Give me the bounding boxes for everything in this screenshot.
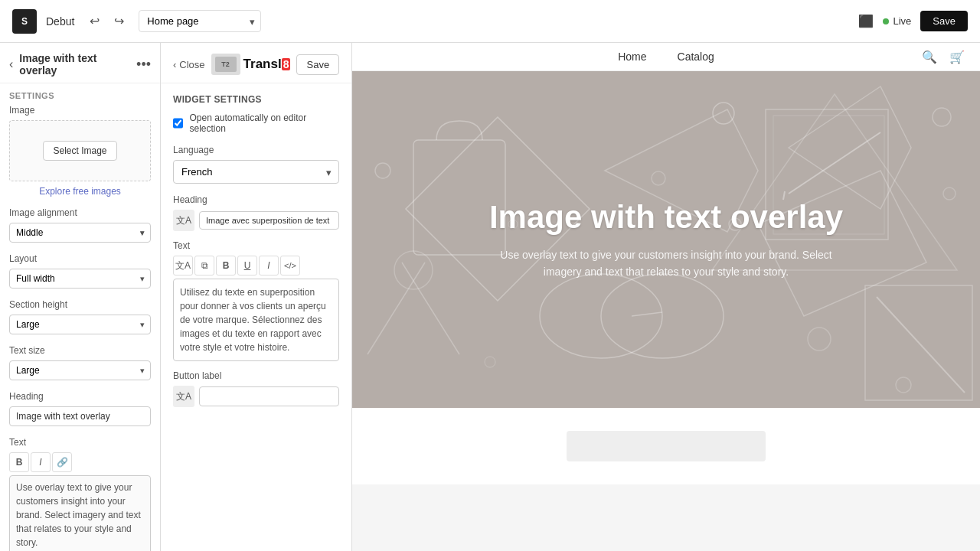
text-translate-label: Text	[173, 240, 339, 251]
image-placeholder: Select Image	[9, 120, 151, 181]
button-label-section: Button label 文A	[173, 370, 339, 407]
image-label: Image	[9, 105, 151, 116]
logo-letter: S	[21, 16, 28, 27]
layout-field-group: Layout Full width Fixed width	[9, 253, 151, 289]
svg-line-22	[877, 297, 965, 393]
below-hero-bar	[567, 431, 766, 461]
undo-redo-group: ↩ ↪	[83, 11, 129, 32]
translate-text-icon[interactable]: 文A	[173, 256, 193, 276]
image-alignment-select[interactable]: Middle Left Right	[9, 223, 151, 243]
chevron-left-icon: ‹	[173, 59, 176, 70]
image-alignment-label: Image alignment	[9, 207, 151, 218]
below-hero-section	[352, 408, 980, 484]
transl-logo: T2 Transl8	[211, 54, 291, 75]
section-height-select-wrapper: Large Small Medium	[9, 315, 151, 334]
heading-translate-label: Heading	[173, 194, 339, 205]
explore-free-images-link[interactable]: Explore free images	[9, 186, 151, 197]
open-auto-label: Open automatically on editor selection	[189, 112, 339, 134]
preview-area: Home Catalog 🔍 🛒	[352, 43, 980, 551]
button-label-row: 文A	[173, 386, 339, 407]
svg-point-14	[943, 187, 956, 200]
button-label-title: Button label	[173, 370, 339, 381]
text-content-area[interactable]: Use overlay text to give your customers …	[9, 475, 151, 551]
nav-home-link[interactable]: Home	[618, 51, 646, 63]
desktop-icon: ⬛	[858, 14, 874, 28]
select-image-button[interactable]: Select Image	[43, 141, 116, 161]
middle-panel: ‹ Close T2 Transl8 Save WIDGET SETTINGS …	[161, 43, 352, 551]
link-button[interactable]: 🔗	[52, 452, 72, 472]
topbar: S Debut ↩ ↪ Home page About Contact Cata…	[0, 0, 980, 43]
panel-title: Image with text overlay	[19, 52, 136, 77]
svg-line-24	[402, 262, 459, 354]
back-button[interactable]: ‹	[9, 57, 13, 71]
button-label-input[interactable]	[199, 386, 339, 406]
widget-settings-title: WIDGET SETTINGS	[173, 94, 339, 105]
image-alignment-select-wrapper: Middle Left Right	[9, 223, 151, 243]
left-panel: ‹ Image with text overlay ••• SETTINGS I…	[0, 43, 161, 551]
italic-button[interactable]: I	[31, 452, 51, 472]
live-dot	[883, 18, 889, 24]
svg-line-6	[789, 132, 880, 194]
code-button[interactable]: </>	[280, 256, 300, 276]
hero-section: Image with text overlay Use overlay text…	[352, 71, 980, 408]
cart-icon[interactable]: 🛒	[949, 50, 965, 64]
page-selector: Home page About Contact Catalog ▾	[139, 10, 261, 32]
bold-text-button[interactable]: B	[216, 256, 236, 276]
section-height-group: Section height Large Small Medium	[9, 299, 151, 334]
topbar-left: S Debut ↩ ↪ Home page About Contact Cata…	[12, 9, 261, 34]
left-panel-content: Image Select Image Explore free images I…	[0, 105, 160, 551]
section-height-select[interactable]: Large Small Medium	[9, 315, 151, 334]
open-auto-checkbox[interactable]	[173, 118, 183, 129]
translate-heading-icon[interactable]: 文A	[173, 210, 194, 231]
undo-button[interactable]: ↩	[83, 11, 105, 32]
topbar-right: ⬛ Live Save	[858, 11, 969, 31]
page-dropdown[interactable]: Home page About Contact Catalog	[139, 10, 261, 32]
app-title: Debut	[46, 15, 74, 28]
text-field-label: Text	[9, 437, 151, 448]
live-label: Live	[893, 15, 912, 27]
underline-text-button[interactable]: U	[237, 256, 257, 276]
image-field-group: Image Select Image Explore free images	[9, 105, 151, 197]
transl-save-button[interactable]: Save	[296, 54, 339, 75]
svg-point-9	[713, 103, 734, 124]
hero-content: Image with text overlay Use overlay text…	[482, 199, 850, 281]
close-button[interactable]: ‹ Close	[173, 59, 205, 70]
svg-point-12	[652, 171, 665, 185]
preview-nav: Home Catalog 🔍 🛒	[352, 43, 980, 71]
open-auto-row: Open automatically on editor selection	[173, 112, 339, 134]
section-height-label: Section height	[9, 299, 151, 310]
nav-icons: 🔍 🛒	[922, 50, 965, 64]
nav-catalog-link[interactable]: Catalog	[678, 51, 714, 63]
language-label: Language	[173, 145, 339, 155]
translate-button-icon[interactable]: 文A	[173, 386, 194, 407]
heading-input[interactable]	[9, 406, 151, 426]
heading-translate-input[interactable]	[199, 211, 339, 230]
panel-more-button[interactable]: •••	[136, 57, 151, 73]
bold-button[interactable]: B	[9, 452, 29, 472]
heading-field-group: Heading	[9, 391, 151, 426]
redo-button[interactable]: ↪	[108, 11, 129, 32]
save-button[interactable]: Save	[920, 11, 968, 31]
settings-label: SETTINGS	[0, 83, 160, 105]
layout-select[interactable]: Full width Fixed width	[9, 269, 151, 289]
text-size-select-wrapper: Large Small Medium	[9, 360, 151, 380]
text-size-label: Text size	[9, 345, 151, 356]
svg-line-17	[632, 312, 662, 316]
svg-point-27	[485, 357, 495, 367]
copy-button[interactable]: ⧉	[194, 256, 214, 276]
language-select-wrapper: French Spanish German Italian ▾	[173, 160, 339, 184]
text-size-select[interactable]: Large Small Medium	[9, 360, 151, 380]
svg-point-13	[933, 108, 951, 126]
svg-point-20	[808, 328, 831, 350]
layout-label: Layout	[9, 253, 151, 264]
svg-point-21	[896, 377, 911, 393]
italic-text-button[interactable]: I	[259, 256, 279, 276]
svg-line-25	[368, 262, 425, 354]
heading-translate-row: 文A	[173, 210, 339, 231]
svg-marker-2	[789, 86, 911, 209]
language-select[interactable]: French Spanish German Italian	[173, 160, 339, 184]
search-icon[interactable]: 🔍	[922, 50, 937, 64]
text-editor-toolbar: 文A ⧉ B U I </>	[173, 256, 339, 276]
text-translate-area[interactable]: Utilisez du texte en superposition pour …	[173, 279, 339, 361]
live-badge: Live	[883, 15, 912, 27]
